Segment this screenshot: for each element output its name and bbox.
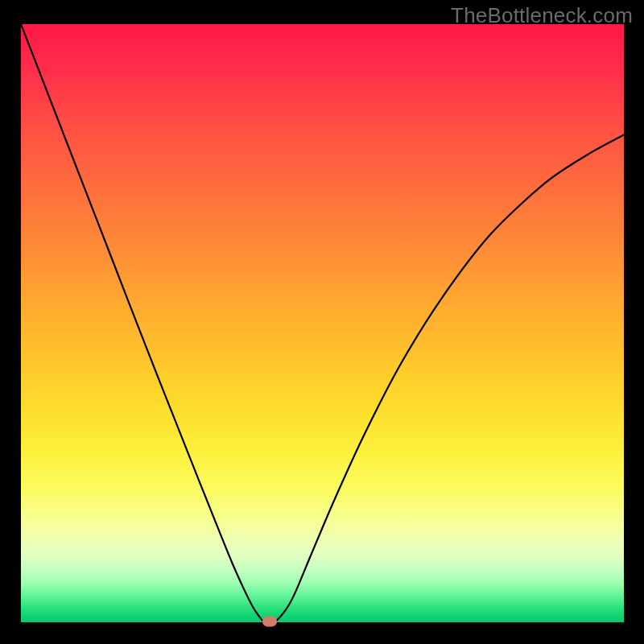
bottleneck-curve <box>21 24 624 622</box>
optimum-marker <box>262 616 277 626</box>
chart-frame: TheBottleneck.com <box>0 0 644 644</box>
curve-svg <box>21 24 624 622</box>
watermark-text: TheBottleneck.com <box>451 3 633 28</box>
plot-area <box>21 24 624 622</box>
